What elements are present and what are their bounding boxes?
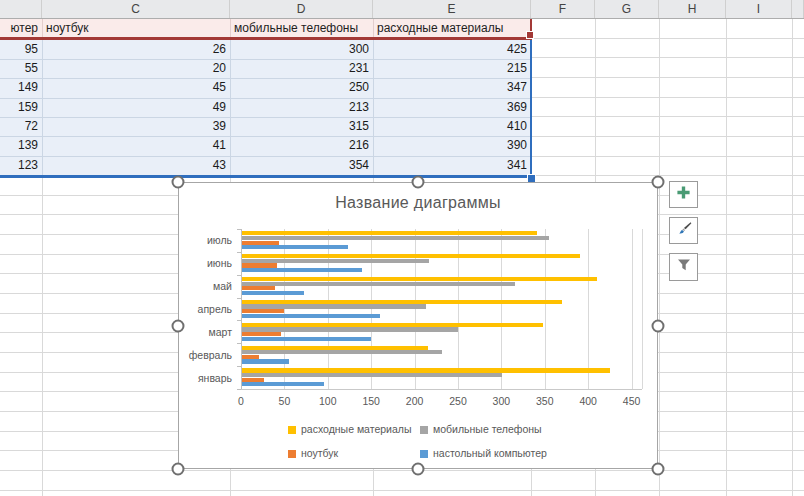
legend-item[interactable]: расходные материалы	[288, 423, 411, 435]
chart-bar[interactable]	[242, 241, 279, 245]
axis-tick	[237, 343, 241, 344]
chart-bar[interactable]	[242, 263, 278, 267]
chart-bar[interactable]	[242, 350, 443, 354]
chart-area[interactable]: Название диаграммы июльиюньмайапрельмарт…	[178, 182, 658, 469]
resize-handle[interactable]	[172, 319, 185, 332]
legend-item[interactable]: настольный компьютер	[420, 447, 547, 459]
chart-gridline	[545, 229, 546, 389]
column-header-I[interactable]: I	[726, 0, 792, 18]
chart-bar[interactable]	[242, 309, 285, 313]
column-header-partial[interactable]	[792, 0, 804, 18]
legend-item[interactable]: мобильные телефоны	[420, 423, 542, 435]
chart-bar[interactable]	[242, 254, 581, 258]
selected-data-range[interactable]: 9526300425552023121514945250347159492133…	[0, 40, 531, 176]
chart-bar[interactable]	[242, 378, 265, 382]
chart-bar[interactable]	[242, 355, 259, 359]
column-header-F[interactable]: F	[531, 0, 595, 18]
chart-bar[interactable]	[242, 300, 562, 304]
chart-elements-button[interactable]	[669, 181, 698, 208]
category-label-март: март	[179, 326, 232, 338]
category-label-май: май	[179, 280, 232, 292]
axis-tick	[237, 298, 241, 299]
x-tick-label: 200	[395, 395, 435, 407]
divider	[373, 19, 374, 37]
resize-handle[interactable]	[172, 176, 185, 189]
column-header-D[interactable]: D	[230, 0, 373, 18]
resize-handle[interactable]	[652, 319, 665, 332]
chart-bar[interactable]	[242, 286, 276, 290]
gridline	[0, 156, 531, 157]
category-label-апрель: апрель	[179, 303, 232, 315]
resize-handle[interactable]	[412, 463, 425, 476]
gridline	[42, 40, 43, 176]
divider	[230, 19, 231, 37]
column-header-C[interactable]: C	[42, 0, 230, 18]
axis-tick	[237, 320, 241, 321]
chart-bar[interactable]	[242, 291, 304, 295]
chart-gridline	[458, 229, 459, 389]
resize-handle[interactable]	[652, 463, 665, 476]
x-tick-label: 300	[481, 395, 521, 407]
chart-bar[interactable]	[242, 314, 380, 318]
chart-bar[interactable]	[242, 259, 429, 263]
column-header-G[interactable]: G	[595, 0, 659, 18]
chart-bar[interactable]	[242, 346, 429, 350]
chart-x-axis	[241, 389, 642, 390]
table-cell[interactable]: 215	[0, 59, 527, 78]
table-cell[interactable]: 425	[0, 40, 527, 59]
x-tick-label: 50	[264, 395, 304, 407]
gridline	[230, 40, 231, 176]
table-cell[interactable]: 347	[0, 78, 527, 97]
gridline	[0, 117, 531, 118]
chart-bar[interactable]	[242, 382, 324, 386]
legend-item[interactable]: ноутбук	[288, 447, 338, 459]
gridline	[0, 78, 531, 79]
chart-bar[interactable]	[242, 268, 363, 272]
gridline	[659, 19, 660, 496]
category-label-январь: январь	[179, 372, 232, 384]
x-tick-label: 450	[612, 395, 652, 407]
chart-filters-button[interactable]	[669, 253, 698, 281]
chart-bar[interactable]	[242, 359, 290, 363]
chart-bar[interactable]	[242, 332, 281, 336]
table-header-laptop[interactable]: ноутбук	[46, 19, 226, 37]
gridline	[0, 136, 531, 137]
chart-bar[interactable]	[242, 373, 502, 377]
chart-bar[interactable]	[242, 231, 538, 235]
table-cell[interactable]: 369	[0, 98, 527, 117]
chart-bar[interactable]	[242, 337, 371, 341]
chart-bar[interactable]	[242, 368, 611, 372]
axis-tick	[237, 389, 241, 390]
column-header-partial[interactable]	[0, 0, 42, 18]
table-cell[interactable]: 341	[0, 156, 527, 175]
table-cell[interactable]: 390	[0, 136, 527, 155]
table-header-consumables[interactable]: расходные материалы	[377, 19, 528, 37]
table-header-phones[interactable]: мобильные телефоны	[234, 19, 370, 37]
gridline	[0, 59, 531, 60]
chart-bar[interactable]	[242, 282, 515, 286]
resize-handle[interactable]	[412, 176, 425, 189]
chart-title[interactable]: Название диаграммы	[179, 194, 657, 212]
chart-gridline	[642, 229, 643, 389]
resize-handle[interactable]	[172, 463, 185, 476]
column-header-H[interactable]: H	[659, 0, 726, 18]
chart-gridline	[284, 229, 285, 389]
chart-gridline	[588, 229, 589, 389]
category-label-июнь: июнь	[179, 257, 232, 269]
chart-bar[interactable]	[242, 277, 598, 281]
chart-styles-button[interactable]	[669, 217, 698, 244]
chart-bar[interactable]	[242, 323, 543, 327]
chart-bar[interactable]	[242, 245, 349, 249]
x-tick-label: 150	[351, 395, 391, 407]
red-range-fill-handle[interactable]	[526, 31, 534, 39]
table-cell[interactable]: 410	[0, 117, 527, 136]
x-tick-label: 0	[221, 395, 261, 407]
resize-handle[interactable]	[652, 176, 665, 189]
table-cell-partial[interactable]: ютер	[0, 19, 38, 37]
legend-swatch	[420, 450, 428, 458]
axis-tick	[237, 366, 241, 367]
chart-bar[interactable]	[242, 327, 459, 331]
chart-bar[interactable]	[242, 236, 549, 240]
chart-bar[interactable]	[242, 304, 427, 308]
column-header-E[interactable]: E	[373, 0, 531, 18]
